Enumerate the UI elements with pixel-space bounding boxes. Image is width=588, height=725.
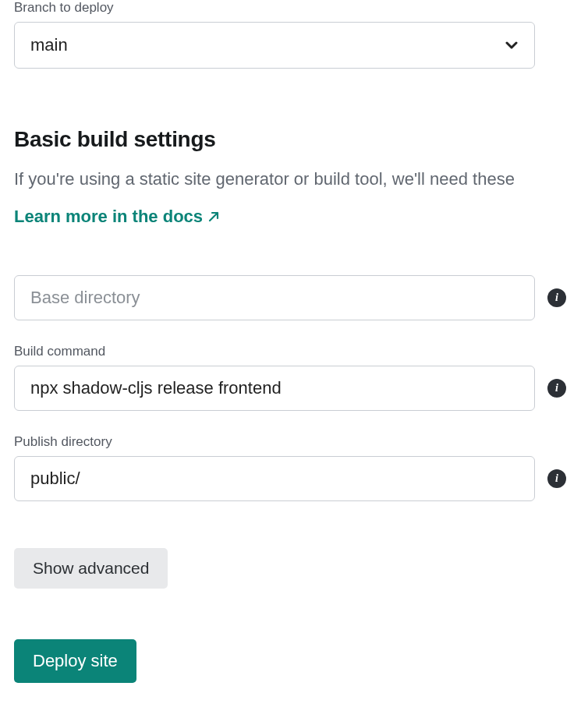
deploy-site-button[interactable]: Deploy site <box>14 639 136 683</box>
info-icon[interactable]: i <box>547 379 566 398</box>
learn-more-link[interactable]: Learn more in the docs <box>14 207 220 227</box>
info-icon[interactable]: i <box>547 469 566 488</box>
base-directory-input[interactable] <box>14 275 535 320</box>
external-link-icon <box>207 210 220 223</box>
chevron-down-icon <box>505 38 519 52</box>
learn-more-label: Learn more in the docs <box>14 207 203 227</box>
branch-label: Branch to deploy <box>14 0 574 16</box>
branch-select[interactable]: main <box>14 22 535 69</box>
info-icon[interactable]: i <box>547 288 566 307</box>
publish-directory-input[interactable] <box>14 456 535 501</box>
build-command-label: Build command <box>14 344 535 359</box>
branch-select-value: main <box>30 35 68 55</box>
build-settings-heading: Basic build settings <box>14 127 574 152</box>
build-settings-description: If you're using a static site generator … <box>14 169 574 189</box>
show-advanced-button[interactable]: Show advanced <box>14 548 168 589</box>
build-command-input[interactable] <box>14 366 535 411</box>
publish-directory-label: Publish directory <box>14 434 535 450</box>
